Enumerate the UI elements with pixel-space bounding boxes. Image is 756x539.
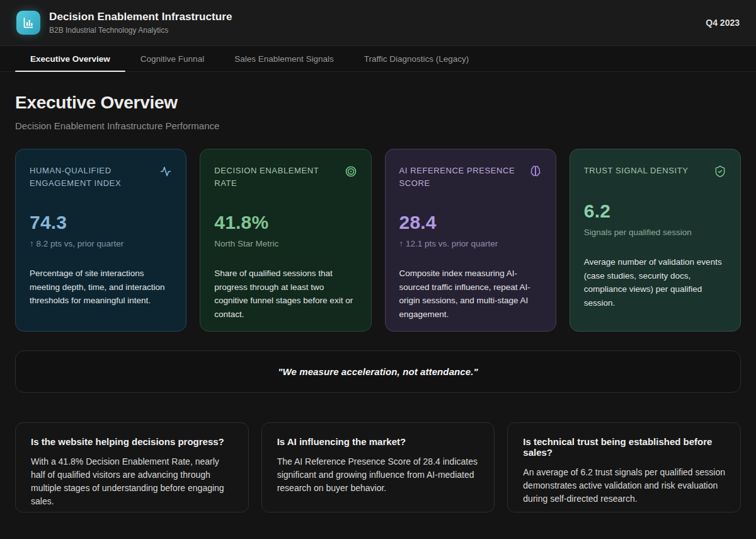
app-title: Decision Enablement Infrastructure (49, 11, 232, 23)
metric-subtitle: Signals per qualified session (584, 228, 726, 237)
metric-value: 74.3 (30, 212, 172, 233)
brain-icon (529, 165, 542, 178)
insight-card-row: Is the website helping decisions progres… (15, 422, 741, 513)
app-header: Decision Enablement Infrastructure B2B I… (0, 0, 756, 45)
metric-card-ai-reference-presence: AI REFERENCE PRESENCE SCORE 28.4 ↑ 12.1 … (385, 149, 556, 332)
insight-card-decisions-progress: Is the website helping decisions progres… (15, 422, 249, 513)
metric-card-header: TRUST SIGNAL DENSITY (584, 165, 726, 178)
insight-question: Is AI influencing the market? (277, 436, 479, 447)
insight-question: Is technical trust being established bef… (523, 436, 725, 458)
metric-label: HUMAN-QUALIFIED ENGAGEMENT INDEX (30, 165, 154, 189)
tab-executive-overview[interactable]: Executive Overview (15, 46, 125, 71)
metric-card-decision-enablement-rate: DECISION ENABLEMENT RATE 41.8% North Sta… (200, 149, 371, 332)
tab-bar: Executive Overview Cognitive Funnal Sale… (0, 45, 756, 72)
metric-description: Percentage of site interactions meeting … (30, 267, 172, 308)
metric-value: 41.8% (214, 212, 357, 233)
metric-label: AI REFERENCE PRESENCE SCORE (399, 165, 524, 189)
activity-icon (159, 165, 172, 178)
insight-card-ai-influence: Is AI influencing the market? The AI Ref… (261, 422, 495, 513)
metric-value: 6.2 (584, 200, 726, 222)
app-logo (16, 11, 40, 35)
metric-label: TRUST SIGNAL DENSITY (584, 165, 689, 177)
quote-banner: "We measure acceleration, not attendance… (15, 351, 741, 393)
metric-value: 28.4 (399, 212, 542, 233)
metric-card-engagement-index: HUMAN-QUALIFIED ENGAGEMENT INDEX 74.3 ↑ … (15, 149, 186, 332)
main-content: Executive Overview Decision Enablement I… (0, 93, 756, 513)
insight-question: Is the website helping decisions progres… (31, 436, 233, 447)
insight-answer: The AI Reference Presence Score of 28.4 … (277, 455, 479, 495)
tab-sales-enablement-signals[interactable]: Sales Enablement Signals (219, 46, 349, 71)
metric-label: DECISION ENABLEMENT RATE (214, 165, 339, 189)
insight-card-technical-trust: Is technical trust being established bef… (507, 422, 741, 513)
insight-answer: With a 41.8% Decision Enablement Rate, n… (31, 455, 233, 508)
insight-answer: An average of 6.2 trust signals per qual… (523, 466, 725, 506)
tab-traffic-diagnostics-legacy[interactable]: Traffic Diagnostics (Legacy) (349, 46, 484, 71)
target-icon (345, 165, 357, 178)
metric-description: Average number of validation events (cas… (584, 255, 726, 310)
page-subtitle: Decision Enablement Infrastructure Perfo… (15, 120, 741, 131)
header-titles: Decision Enablement Infrastructure B2B I… (49, 11, 232, 35)
quote-text: "We measure acceleration, not attendance… (278, 366, 478, 377)
metric-card-header: AI REFERENCE PRESENCE SCORE (399, 165, 542, 189)
metric-card-row: HUMAN-QUALIFIED ENGAGEMENT INDEX 74.3 ↑ … (15, 149, 741, 332)
tab-cognitive-funnal[interactable]: Cognitive Funnal (125, 46, 219, 71)
metric-card-trust-signal-density: TRUST SIGNAL DENSITY 6.2 Signals per qua… (570, 149, 741, 332)
metric-subtitle: North Star Metric (214, 239, 357, 248)
bar-chart-icon (21, 16, 35, 30)
period-badge: Q4 2023 (706, 18, 740, 28)
app-identity: Decision Enablement Infrastructure B2B I… (16, 11, 232, 35)
metric-delta: ↑ 8.2 pts vs, prior quarter (30, 239, 172, 248)
metric-description: Share of qualified sessions that progres… (214, 267, 357, 321)
metric-card-header: HUMAN-QUALIFIED ENGAGEMENT INDEX (30, 165, 172, 189)
page-title: Executive Overview (15, 93, 741, 113)
metric-card-header: DECISION ENABLEMENT RATE (214, 165, 357, 189)
metric-description: Composite index measuring AI-sourced tra… (399, 267, 542, 321)
shield-check-icon (714, 165, 726, 178)
app-subtitle: B2B Industrial Technology Analytics (49, 26, 232, 35)
metric-delta: ↑ 12.1 pts vs. prior quarter (399, 239, 542, 248)
